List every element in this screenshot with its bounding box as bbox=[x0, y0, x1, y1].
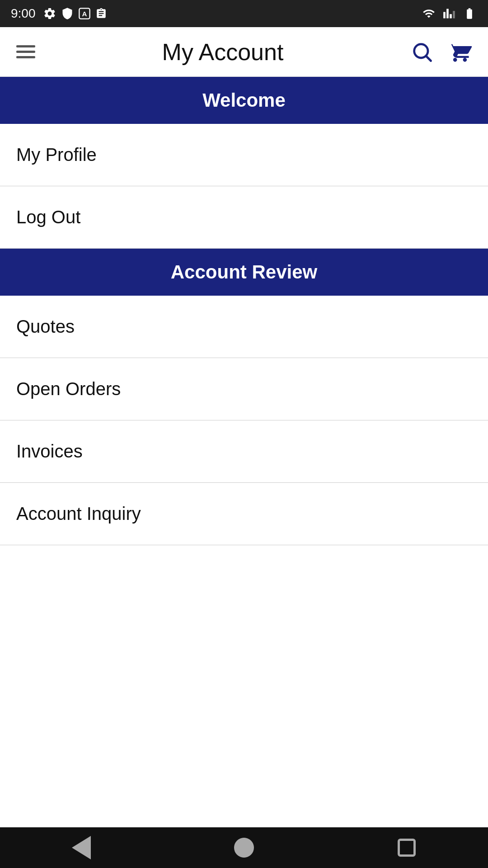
account-inquiry-item[interactable]: Account Inquiry bbox=[0, 483, 488, 545]
back-triangle-icon bbox=[72, 836, 91, 859]
battery-icon bbox=[462, 7, 477, 20]
account-inquiry-label: Account Inquiry bbox=[16, 504, 141, 524]
quotes-label: Quotes bbox=[16, 316, 75, 336]
settings-icon bbox=[43, 7, 56, 20]
nav-right-icons bbox=[410, 40, 472, 64]
nav-bar: My Account bbox=[0, 27, 488, 77]
open-orders-label: Open Orders bbox=[16, 379, 121, 399]
account-review-header: Account Review bbox=[0, 249, 488, 296]
quotes-item[interactable]: Quotes bbox=[0, 296, 488, 358]
log-out-label: Log Out bbox=[16, 207, 80, 227]
page-title: My Account bbox=[162, 38, 284, 66]
welcome-header: Welcome bbox=[0, 77, 488, 124]
home-circle-icon bbox=[234, 838, 254, 858]
wifi-icon bbox=[421, 7, 436, 20]
account-review-header-text: Account Review bbox=[171, 261, 317, 283]
invoices-label: Invoices bbox=[16, 441, 83, 461]
status-bar-right bbox=[421, 7, 477, 20]
shield-icon bbox=[61, 7, 74, 20]
welcome-header-text: Welcome bbox=[202, 90, 286, 111]
hamburger-line-2 bbox=[16, 51, 35, 53]
status-bar-left: 9:00 A bbox=[11, 6, 107, 21]
svg-line-3 bbox=[427, 56, 431, 61]
signal-icon bbox=[443, 7, 455, 20]
svg-text:A: A bbox=[82, 10, 87, 18]
recent-button[interactable] bbox=[391, 832, 422, 863]
recent-square-icon bbox=[398, 839, 416, 857]
status-bar: 9:00 A bbox=[0, 0, 488, 27]
hamburger-line-1 bbox=[16, 45, 35, 47]
bottom-nav-bar bbox=[0, 827, 488, 868]
hamburger-line-3 bbox=[16, 56, 35, 58]
main-content: Welcome My Profile Log Out Account Revie… bbox=[0, 77, 488, 545]
home-button[interactable] bbox=[228, 832, 260, 863]
hamburger-menu-button[interactable] bbox=[16, 45, 35, 58]
log-out-item[interactable]: Log Out bbox=[0, 186, 488, 249]
back-button[interactable] bbox=[66, 832, 97, 863]
cart-icon[interactable] bbox=[448, 40, 472, 64]
my-profile-item[interactable]: My Profile bbox=[0, 124, 488, 186]
open-orders-item[interactable]: Open Orders bbox=[0, 358, 488, 420]
font-icon: A bbox=[78, 7, 91, 20]
search-icon[interactable] bbox=[410, 40, 434, 64]
my-profile-label: My Profile bbox=[16, 145, 97, 165]
invoices-item[interactable]: Invoices bbox=[0, 420, 488, 483]
status-time: 9:00 bbox=[11, 6, 36, 21]
status-icons: A bbox=[43, 7, 107, 20]
clipboard-icon bbox=[95, 7, 107, 20]
